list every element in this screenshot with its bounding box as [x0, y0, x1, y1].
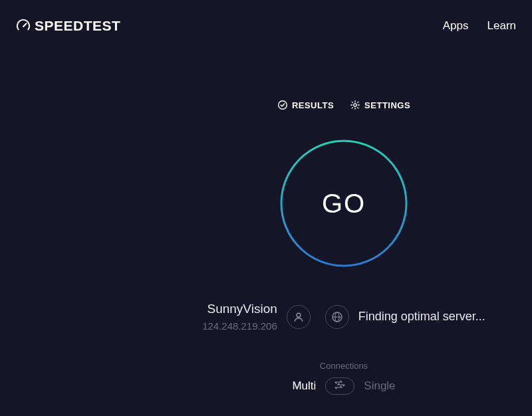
tab-settings[interactable]: SETTINGS — [350, 100, 410, 110]
nav-apps[interactable]: Apps — [443, 19, 469, 33]
tab-results-label: RESULTS — [292, 100, 334, 110]
isp-name: SunnyVision — [207, 302, 277, 316]
server-block[interactable]: Finding optimal server... — [325, 305, 485, 329]
main-content: RESULTS SETTINGS — [0, 100, 532, 395]
server-status: Finding optimal server... — [358, 310, 485, 324]
globe-icon — [325, 305, 349, 329]
svg-point-2 — [354, 104, 356, 106]
tab-settings-label: SETTINGS — [364, 100, 410, 110]
svg-line-0 — [23, 23, 27, 27]
connections: Connections Multi Single — [292, 361, 395, 395]
logo[interactable]: SPEEDTEST — [16, 18, 120, 34]
nav: Apps Learn — [443, 19, 516, 33]
person-icon — [287, 305, 311, 329]
isp-block[interactable]: SunnyVision 124.248.219.206 — [202, 302, 311, 332]
svg-point-4 — [297, 313, 301, 317]
connections-toggle-pill[interactable] — [325, 377, 354, 395]
connections-multi-label: Multi — [292, 379, 316, 393]
go-ring-icon — [277, 137, 410, 270]
info-row: SunnyVision 124.248.219.206 — [78, 302, 532, 332]
tabbar: RESULTS SETTINGS — [277, 100, 410, 110]
svg-point-3 — [281, 141, 406, 266]
check-circle-icon — [277, 100, 288, 110]
connections-single-label: Single — [364, 379, 395, 393]
multi-arrows-icon — [332, 379, 347, 393]
connections-toggle[interactable]: Multi Single — [292, 377, 395, 395]
gauge-icon — [16, 19, 31, 33]
tab-results[interactable]: RESULTS — [277, 100, 334, 110]
header: SPEEDTEST Apps Learn — [0, 0, 532, 40]
nav-learn[interactable]: Learn — [487, 19, 516, 33]
go-button[interactable]: GO — [277, 137, 410, 270]
gear-icon — [350, 100, 360, 110]
connections-title: Connections — [320, 361, 368, 371]
brand-text: SPEEDTEST — [35, 18, 120, 34]
isp-ip: 124.248.219.206 — [202, 320, 277, 332]
